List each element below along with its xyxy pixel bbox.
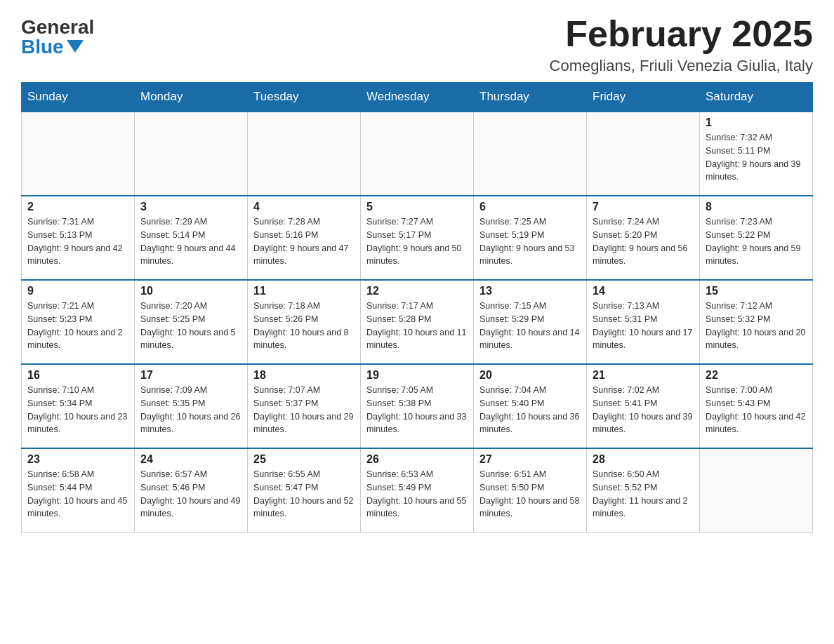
day-info: Sunrise: 6:55 AMSunset: 5:47 PMDaylight:…: [253, 468, 355, 521]
day-info: Sunrise: 7:15 AMSunset: 5:29 PMDaylight:…: [479, 300, 581, 352]
day-number: 9: [27, 285, 128, 297]
calendar-table: SundayMondayTuesdayWednesdayThursdayFrid…: [21, 82, 813, 533]
day-info: Sunrise: 7:23 AMSunset: 5:22 PMDaylight:…: [706, 215, 807, 268]
day-info: Sunrise: 6:53 AMSunset: 5:49 PMDaylight:…: [366, 468, 468, 521]
calendar-cell: 17Sunrise: 7:09 AMSunset: 5:35 PMDayligh…: [135, 364, 248, 448]
day-info: Sunrise: 7:02 AMSunset: 5:41 PMDaylight:…: [593, 384, 694, 436]
day-number: 5: [366, 201, 468, 213]
day-info: Sunrise: 7:32 AMSunset: 5:11 PMDaylight:…: [706, 131, 807, 184]
day-number: 21: [593, 369, 694, 382]
day-info: Sunrise: 7:20 AMSunset: 5:25 PMDaylight:…: [140, 300, 241, 352]
day-number: 8: [706, 201, 807, 213]
weekday-header-monday: Monday: [135, 83, 248, 112]
calendar-cell: [22, 112, 135, 196]
calendar-cell: 21Sunrise: 7:02 AMSunset: 5:41 PMDayligh…: [587, 364, 700, 448]
weekday-header-wednesday: Wednesday: [361, 83, 474, 112]
day-info: Sunrise: 7:12 AMSunset: 5:32 PMDaylight:…: [706, 300, 807, 352]
day-info: Sunrise: 6:50 AMSunset: 5:52 PMDaylight:…: [593, 468, 694, 521]
calendar-cell: 4Sunrise: 7:28 AMSunset: 5:16 PMDaylight…: [248, 196, 361, 280]
calendar-cell: [361, 112, 474, 196]
calendar-cell: 14Sunrise: 7:13 AMSunset: 5:31 PMDayligh…: [587, 280, 700, 364]
day-info: Sunrise: 7:00 AMSunset: 5:43 PMDaylight:…: [706, 384, 807, 436]
calendar-cell: 18Sunrise: 7:07 AMSunset: 5:37 PMDayligh…: [248, 364, 361, 448]
day-info: Sunrise: 7:31 AMSunset: 5:13 PMDaylight:…: [27, 215, 128, 268]
day-number: 22: [706, 369, 807, 382]
day-number: 2: [27, 201, 128, 213]
calendar-cell: [587, 112, 700, 196]
calendar-cell: [135, 112, 248, 196]
logo-general-text: General: [21, 18, 94, 37]
month-title: February 2025: [550, 14, 813, 54]
day-info: Sunrise: 7:29 AMSunset: 5:14 PMDaylight:…: [140, 215, 241, 268]
calendar-cell: 15Sunrise: 7:12 AMSunset: 5:32 PMDayligh…: [700, 280, 813, 364]
day-info: Sunrise: 7:13 AMSunset: 5:31 PMDaylight:…: [593, 300, 694, 352]
day-number: 13: [479, 285, 581, 297]
day-number: 25: [253, 453, 355, 466]
logo: General Blue: [21, 14, 94, 57]
day-number: 17: [140, 369, 241, 382]
calendar-cell: 9Sunrise: 7:21 AMSunset: 5:23 PMDaylight…: [22, 280, 135, 364]
day-info: Sunrise: 7:27 AMSunset: 5:17 PMDaylight:…: [366, 215, 468, 268]
day-info: Sunrise: 7:07 AMSunset: 5:37 PMDaylight:…: [253, 384, 355, 436]
day-number: 14: [593, 285, 694, 297]
day-number: 18: [253, 369, 355, 382]
calendar-cell: 25Sunrise: 6:55 AMSunset: 5:47 PMDayligh…: [248, 448, 361, 532]
day-info: Sunrise: 7:21 AMSunset: 5:23 PMDaylight:…: [27, 300, 128, 352]
day-number: 24: [140, 453, 241, 466]
calendar-cell: [474, 112, 587, 196]
calendar-cell: 3Sunrise: 7:29 AMSunset: 5:14 PMDaylight…: [135, 196, 248, 280]
calendar-cell: 16Sunrise: 7:10 AMSunset: 5:34 PMDayligh…: [22, 364, 135, 448]
day-number: 10: [140, 285, 241, 297]
logo-triangle-icon: [67, 40, 84, 53]
day-info: Sunrise: 7:24 AMSunset: 5:20 PMDaylight:…: [593, 215, 694, 268]
title-section: February 2025 Comeglians, Friuli Venezia…: [550, 14, 813, 75]
calendar-cell: 13Sunrise: 7:15 AMSunset: 5:29 PMDayligh…: [474, 280, 587, 364]
day-number: 3: [140, 201, 241, 213]
calendar-cell: 12Sunrise: 7:17 AMSunset: 5:28 PMDayligh…: [361, 280, 474, 364]
weekday-header-thursday: Thursday: [474, 83, 587, 112]
calendar-cell: 27Sunrise: 6:51 AMSunset: 5:50 PMDayligh…: [474, 448, 587, 532]
calendar-week-row: 16Sunrise: 7:10 AMSunset: 5:34 PMDayligh…: [22, 364, 813, 448]
day-info: Sunrise: 7:28 AMSunset: 5:16 PMDaylight:…: [253, 215, 355, 268]
calendar-cell: 23Sunrise: 6:58 AMSunset: 5:44 PMDayligh…: [22, 448, 135, 532]
weekday-header-tuesday: Tuesday: [248, 83, 361, 112]
calendar-week-row: 9Sunrise: 7:21 AMSunset: 5:23 PMDaylight…: [22, 280, 813, 364]
day-number: 6: [479, 201, 581, 213]
day-number: 7: [593, 201, 694, 213]
day-info: Sunrise: 7:09 AMSunset: 5:35 PMDaylight:…: [140, 384, 241, 436]
calendar-cell: 24Sunrise: 6:57 AMSunset: 5:46 PMDayligh…: [135, 448, 248, 532]
day-number: 12: [366, 285, 468, 297]
calendar-cell: 10Sunrise: 7:20 AMSunset: 5:25 PMDayligh…: [135, 280, 248, 364]
weekday-header-row: SundayMondayTuesdayWednesdayThursdayFrid…: [22, 83, 813, 112]
calendar-cell: [700, 448, 813, 532]
day-number: 27: [479, 453, 581, 466]
day-number: 28: [593, 453, 694, 466]
calendar-cell: 11Sunrise: 7:18 AMSunset: 5:26 PMDayligh…: [248, 280, 361, 364]
calendar-cell: 2Sunrise: 7:31 AMSunset: 5:13 PMDaylight…: [22, 196, 135, 280]
day-info: Sunrise: 7:04 AMSunset: 5:40 PMDaylight:…: [479, 384, 581, 436]
calendar-cell: 28Sunrise: 6:50 AMSunset: 5:52 PMDayligh…: [587, 448, 700, 532]
day-info: Sunrise: 6:57 AMSunset: 5:46 PMDaylight:…: [140, 468, 241, 521]
calendar-week-row: 23Sunrise: 6:58 AMSunset: 5:44 PMDayligh…: [22, 448, 813, 532]
day-info: Sunrise: 7:05 AMSunset: 5:38 PMDaylight:…: [366, 384, 468, 436]
logo-blue-text: Blue: [21, 37, 84, 57]
day-number: 23: [27, 453, 128, 466]
day-number: 1: [706, 116, 807, 129]
calendar-week-row: 2Sunrise: 7:31 AMSunset: 5:13 PMDaylight…: [22, 196, 813, 280]
day-info: Sunrise: 7:17 AMSunset: 5:28 PMDaylight:…: [366, 300, 468, 352]
day-info: Sunrise: 6:58 AMSunset: 5:44 PMDaylight:…: [27, 468, 128, 521]
location-subtitle: Comeglians, Friuli Venezia Giulia, Italy: [550, 57, 813, 75]
calendar-week-row: 1Sunrise: 7:32 AMSunset: 5:11 PMDaylight…: [22, 112, 813, 196]
weekday-header-friday: Friday: [587, 83, 700, 112]
calendar-cell: 26Sunrise: 6:53 AMSunset: 5:49 PMDayligh…: [361, 448, 474, 532]
day-number: 15: [706, 285, 807, 297]
day-number: 11: [253, 285, 355, 297]
weekday-header-saturday: Saturday: [700, 83, 813, 112]
day-info: Sunrise: 6:51 AMSunset: 5:50 PMDaylight:…: [479, 468, 581, 521]
calendar-cell: 6Sunrise: 7:25 AMSunset: 5:19 PMDaylight…: [474, 196, 587, 280]
calendar-cell: 20Sunrise: 7:04 AMSunset: 5:40 PMDayligh…: [474, 364, 587, 448]
calendar-cell: 22Sunrise: 7:00 AMSunset: 5:43 PMDayligh…: [700, 364, 813, 448]
day-number: 20: [479, 369, 581, 382]
day-number: 4: [253, 201, 355, 213]
day-info: Sunrise: 7:18 AMSunset: 5:26 PMDaylight:…: [253, 300, 355, 352]
